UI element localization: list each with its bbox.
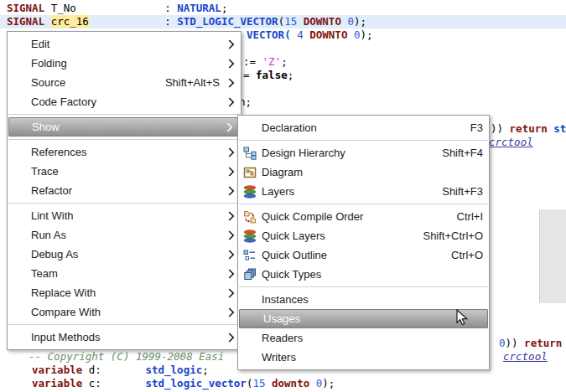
menu-item-diagram[interactable]: Diagram: [238, 162, 489, 182]
show-submenu: DeclarationF3Design HierarchyShift+F4Dia…: [237, 115, 490, 370]
menu-item-label: Source: [31, 76, 65, 89]
menu-item-refactor[interactable]: Refactor: [8, 181, 241, 200]
code-token: STD_LOGIC_VECTOR: [177, 15, 278, 28]
menu-separator: [239, 204, 488, 204]
code-fragment: )) return st: [491, 122, 566, 136]
menu-item-label: Declaration: [262, 121, 317, 134]
submenu-arrow-icon: [228, 167, 235, 177]
submenu-arrow-icon: [228, 97, 235, 107]
menu-separator: [239, 286, 488, 287]
code-token: :: [164, 15, 177, 28]
menu-item-label: Usages: [263, 312, 300, 325]
code-token: 15: [284, 15, 297, 28]
menu-item-code-factory[interactable]: Code Factory: [8, 92, 241, 111]
submenu-arrow-icon: [228, 147, 235, 157]
menu-item-folding[interactable]: Folding: [8, 54, 241, 73]
code-token: std_logic_vector: [145, 377, 246, 389]
code-fragment: crctool: [503, 350, 548, 364]
code-fragment: variable d: std_logic;: [32, 364, 209, 377]
menu-item-usages[interactable]: Usages: [239, 309, 488, 328]
code-token: [309, 377, 316, 389]
code-token: SIGNAL: [7, 15, 44, 28]
code-token: ;: [221, 2, 228, 14]
outline-icon: [243, 249, 257, 262]
menu-item-label: Diagram: [262, 166, 303, 178]
code-token: std_logic: [145, 364, 202, 376]
code-token: :: [164, 2, 177, 14]
code-token: :=: [243, 55, 262, 68]
menu-item-label: Quick Types: [262, 268, 321, 281]
code-token: crctool: [503, 350, 548, 363]
menu-item-label: Lint With: [31, 209, 74, 222]
submenu-arrow-icon: [226, 122, 233, 132]
blank-icon: [243, 351, 257, 364]
menu-item-design-hierarchy[interactable]: Design HierarchyShift+F4: [238, 143, 489, 162]
code-fragment: crctool: [489, 136, 533, 149]
shortcut-label: F3: [455, 121, 483, 134]
menu-item-label: Instances: [262, 293, 309, 306]
menu-item-label: Code Factory: [31, 95, 96, 108]
context-menu: EditFoldingSourceShift+Alt+SCode Factory…: [7, 31, 241, 350]
gray-region: [539, 209, 566, 303]
design-hierarchy-icon: [243, 147, 257, 160]
code-token: SIGNAL: [7, 2, 44, 14]
menu-item-references[interactable]: References: [8, 142, 241, 162]
menu-item-quick-compile-order[interactable]: Quick Compile OrderCtrl+I: [238, 207, 489, 226]
menu-separator: [8, 139, 240, 140]
menu-item-input-methods[interactable]: Input Methods: [8, 328, 241, 347]
code-token: [89, 15, 164, 28]
code-token: 4: [297, 28, 304, 41]
code-token: variable: [32, 364, 82, 376]
menu-item-instances[interactable]: Instances: [238, 290, 489, 309]
shortcut-label: Shift+Alt+S: [150, 76, 220, 89]
shortcut-label: Shift+Ctrl+O: [408, 230, 483, 242]
menu-item-debug-as[interactable]: Debug As: [8, 245, 241, 264]
menu-item-team[interactable]: Team: [8, 264, 241, 283]
menu-item-edit[interactable]: Edit: [8, 34, 241, 54]
menu-separator: [239, 140, 488, 141]
menu-item-source[interactable]: SourceShift+Alt+S: [8, 73, 241, 92]
menu-item-declaration[interactable]: DeclarationF3: [238, 118, 489, 137]
menu-item-layers[interactable]: LayersShift+F3: [238, 182, 489, 201]
code-token: -- Copyright (C) 1999-2008 Easi: [29, 350, 224, 363]
menu-item-quick-layers[interactable]: Quick LayersShift+Ctrl+O: [238, 226, 489, 245]
mouse-cursor: [456, 309, 468, 331]
menu-item-replace-with[interactable]: Replace With: [8, 283, 241, 302]
menu-item-quick-outline[interactable]: Quick OutlineCtrl+O: [238, 245, 489, 265]
code-token: c:: [82, 377, 101, 389]
blank-icon: [245, 312, 258, 326]
vhdl-editor-screen: SIGNAL T_No : NATURAL;SIGNAL crc_16 : ST…: [0, 0, 566, 392]
submenu-arrow-icon: [228, 78, 235, 88]
compile-order-icon: [243, 210, 257, 224]
menu-item-label: Refactor: [31, 184, 72, 197]
menu-item-label: References: [31, 146, 86, 158]
code-token: );: [322, 377, 335, 389]
menu-item-trace[interactable]: Trace: [8, 162, 241, 181]
menu-item-quick-types[interactable]: Quick Types: [238, 265, 489, 284]
layers-icon: [243, 230, 257, 243]
code-token: 15: [252, 377, 265, 389]
menu-item-label: Folding: [31, 57, 67, 70]
menu-item-label: Team: [31, 267, 58, 280]
menu-item-run-as[interactable]: Run As: [8, 225, 241, 245]
menu-separator: [8, 324, 240, 325]
code-fragment: SIGNAL T_No : NATURAL;: [7, 2, 227, 15]
code-token: return: [524, 337, 562, 349]
menu-item-label: Debug As: [31, 248, 78, 260]
menu-item-label: Quick Layers: [262, 230, 325, 242]
code-token: downto: [272, 377, 309, 389]
code-token: =: [243, 69, 256, 81]
menu-item-lint-with[interactable]: Lint With: [8, 206, 241, 225]
code-token: d:: [82, 364, 101, 376]
menu-item-compare-with[interactable]: Compare With: [8, 302, 241, 322]
menu-item-label: Writers: [262, 351, 296, 364]
submenu-arrow-icon: [228, 211, 235, 221]
menu-item-label: Edit: [31, 38, 49, 50]
submenu-arrow-icon: [228, 269, 235, 279]
menu-item-show[interactable]: Show: [8, 117, 240, 137]
menu-item-readers[interactable]: Readers: [238, 328, 489, 348]
menu-item-label: Trace: [31, 165, 59, 178]
menu-item-label: Design Hierarchy: [262, 147, 345, 159]
menu-item-writers[interactable]: Writers: [238, 348, 489, 367]
code-token: crctool: [489, 136, 533, 148]
